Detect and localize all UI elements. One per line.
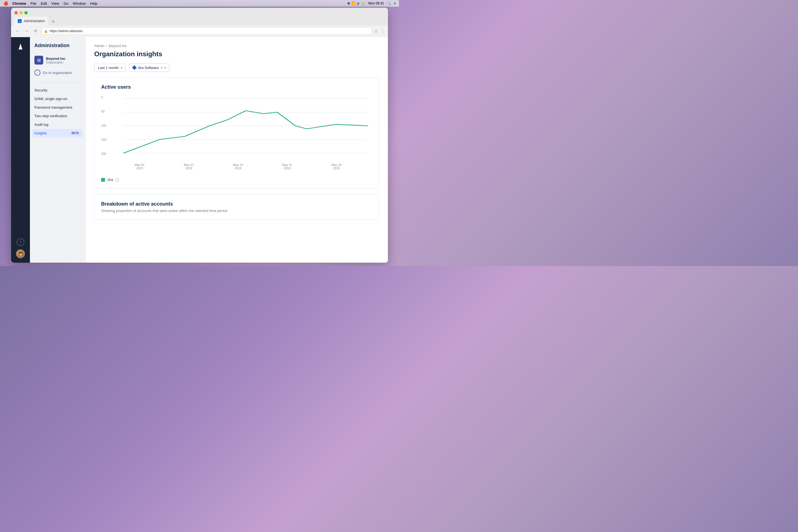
app-content: ? 👩 Administration ⊞ Beyond Inc Organiza… <box>11 37 388 263</box>
menubar-items: File Edit View Go Window Help <box>31 1 97 5</box>
page-title: Organization insights <box>94 50 379 58</box>
y-label-0: 0 <box>101 96 106 99</box>
apple-menu[interactable]: 🍎 <box>3 1 8 5</box>
x-label-may01: May 01 2019 <box>115 163 164 170</box>
browser-toolbar: ← → ↺ 🔒 https://admin.atlassian ☆ ⋮ <box>11 25 388 37</box>
help-button[interactable]: ? <box>17 238 24 246</box>
filters-row: Last 1 month ▾ Jira Software × ▾ <box>94 63 379 72</box>
breakdown-card: Breakdown of active accounts Showing pro… <box>94 194 379 220</box>
new-tab-button[interactable]: + <box>49 18 57 25</box>
org-type: Organization <box>46 61 65 64</box>
menubar-window[interactable]: Window <box>73 1 86 5</box>
y-label-150: 150 <box>101 138 106 141</box>
chart-title: Active users <box>101 84 372 90</box>
lock-icon: 🔒 <box>44 30 48 33</box>
tab-favicon <box>18 19 22 23</box>
legend-info-icon[interactable]: i <box>115 178 119 182</box>
y-axis-labels: 200 150 100 50 0 <box>101 96 106 156</box>
time-filter-chevron: ▾ <box>121 66 122 69</box>
back-button[interactable]: ← <box>14 28 21 34</box>
y-label-200: 200 <box>101 152 106 155</box>
nav-panel: Administration ⊞ Beyond Inc Organization… <box>30 37 86 263</box>
breakdown-subtitle: Showing proportion of accounts that were… <box>101 209 372 213</box>
insights-row: Insights BETA <box>34 131 81 135</box>
x-label-may28: May 28 2019 <box>312 163 361 170</box>
close-button[interactable] <box>14 11 18 14</box>
atlassian-logo[interactable] <box>16 41 25 52</box>
time-filter-label: Last 1 month <box>98 66 119 70</box>
menubar-left: 🍎 Chrome File Edit View Go Window Help <box>3 1 97 5</box>
legend-color-box <box>101 178 105 182</box>
breadcrumb-org: Beyond Inc <box>109 44 127 48</box>
tab-bar: Administration + <box>14 17 385 25</box>
menu-icon[interactable]: ⋮ <box>380 28 385 34</box>
product-filter-label: Jira Software <box>138 66 159 70</box>
bookmark-icon[interactable]: ☆ <box>374 28 378 34</box>
go-org-icon: ← <box>34 70 40 76</box>
menubar-view[interactable]: View <box>51 1 59 5</box>
sidebar-item-saml[interactable]: SAML single sign-on <box>30 94 85 103</box>
sidebar: ? 👩 <box>11 37 30 263</box>
chart-area: 200 150 100 50 0 <box>101 96 372 173</box>
go-to-org-link[interactable]: ← Go to organization <box>30 67 85 78</box>
legend-label: Jira <box>107 177 113 182</box>
forward-button[interactable]: → <box>23 28 30 34</box>
y-label-50: 50 <box>101 110 106 113</box>
product-filter-clear[interactable]: × <box>160 65 163 70</box>
insights-label: Insights <box>34 131 47 135</box>
breakdown-title: Breakdown of active accounts <box>101 201 372 207</box>
menubar-edit[interactable]: Edit <box>41 1 47 5</box>
menubar-right: 🖥 📶 🔊 🔋 Mon 09:41 🔍 ≡ <box>347 1 396 5</box>
org-info: Beyond Inc Organization <box>46 57 65 64</box>
traffic-lights <box>14 10 385 14</box>
jira-diamond-icon <box>132 65 137 70</box>
time-filter[interactable]: Last 1 month ▾ <box>94 64 126 72</box>
browser-toolbar-right: ☆ ⋮ <box>374 28 385 34</box>
url-text: https://admin.atlassian <box>50 29 82 33</box>
org-icon: ⊞ <box>34 56 43 64</box>
go-org-label: Go to organization <box>43 71 72 75</box>
breadcrumb-admin[interactable]: Admin <box>94 44 104 48</box>
x-label-may21: May 21 2019 <box>263 163 312 170</box>
system-icons: 🖥 📶 🔊 🔋 <box>347 1 365 5</box>
breadcrumb: Admin / Beyond Inc <box>94 44 379 48</box>
chart-x-labels: May 01 2019 May 07 2019 May 14 2019 Ma <box>101 163 372 170</box>
chart-legend: Jira i <box>101 177 372 182</box>
address-bar[interactable]: 🔒 https://admin.atlassian <box>41 27 372 35</box>
control-center-icon[interactable]: ≡ <box>394 1 396 5</box>
breadcrumb-separator: / <box>106 44 107 48</box>
user-avatar[interactable]: 👩 <box>16 249 25 258</box>
minimize-button[interactable] <box>19 11 23 14</box>
avatar-image: 👩 <box>16 249 25 258</box>
org-name: Beyond Inc <box>46 57 65 61</box>
menubar-file[interactable]: File <box>31 1 36 5</box>
sidebar-bottom: ? 👩 <box>16 238 25 258</box>
tab-title: Administration <box>24 19 45 23</box>
sidebar-item-audit[interactable]: Audit log <box>30 120 85 129</box>
main-content: Admin / Beyond Inc Organization insights… <box>86 37 388 263</box>
product-filter[interactable]: Jira Software × ▾ <box>129 63 169 72</box>
search-icon[interactable]: 🔍 <box>387 1 391 5</box>
menubar-help[interactable]: Help <box>90 1 97 5</box>
sidebar-item-twostep[interactable]: Two-step verification <box>30 112 85 120</box>
sidebar-item-password[interactable]: Password management <box>30 103 85 112</box>
sidebar-item-insights[interactable]: Insights BETA <box>32 129 83 137</box>
x-label-may07: May 07 2019 <box>164 163 214 170</box>
sidebar-item-security[interactable]: Security <box>30 86 85 94</box>
org-block[interactable]: ⊞ Beyond Inc Organization <box>30 53 85 67</box>
line-chart-svg <box>101 96 372 162</box>
menubar: 🍎 Chrome File Edit View Go Window Help 🖥… <box>0 0 399 7</box>
active-users-card: Active users 200 150 100 50 0 <box>94 77 379 189</box>
maximize-button[interactable] <box>24 11 28 14</box>
beta-badge: BETA <box>70 131 81 135</box>
x-label-may14: May 14 2019 <box>213 163 263 170</box>
browser-window: Administration + ← → ↺ 🔒 https://admin.a… <box>11 8 388 263</box>
reload-button[interactable]: ↺ <box>32 28 39 34</box>
product-filter-chevron: ▾ <box>164 66 166 69</box>
menubar-time: Mon 09:41 <box>368 1 384 5</box>
nav-title: Administration <box>30 43 85 53</box>
menubar-app-name[interactable]: Chrome <box>13 1 26 5</box>
y-label-100: 100 <box>101 124 106 127</box>
menubar-go[interactable]: Go <box>63 1 68 5</box>
active-tab[interactable]: Administration <box>14 17 48 25</box>
